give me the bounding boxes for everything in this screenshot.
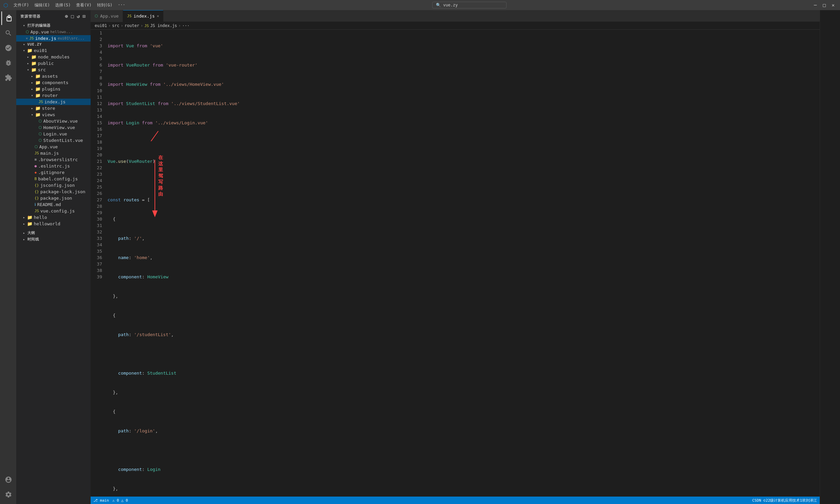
tree-assets[interactable]: ▸ 📁 assets	[16, 73, 91, 79]
tree-jsconfig[interactable]: {} jsconfig.json	[16, 182, 91, 188]
minimize-button[interactable]: ─	[812, 2, 819, 8]
tree-packagelock[interactable]: {} package-lock.json	[16, 188, 91, 195]
activity-explorer[interactable]	[1, 12, 15, 25]
tree-readme[interactable]: ℹ README.md	[16, 201, 91, 208]
tab-indexjs[interactable]: JS index.js ✕	[123, 10, 164, 22]
folder-icon: 📁	[27, 48, 32, 53]
status-git: ⎇ main	[93, 498, 109, 503]
tree-browserslist[interactable]: ≡ .browserslistrc	[16, 157, 91, 163]
window-controls[interactable]: ─ □ ✕	[812, 2, 837, 8]
tab-appvue[interactable]: ⬡ App.vue	[91, 10, 123, 22]
tree-plugins-label: plugins	[42, 87, 61, 92]
tree-views[interactable]: ▾ 📁 views	[16, 111, 91, 118]
tree-plugins[interactable]: ▸ 📁 plugins	[16, 86, 91, 92]
chevron-right-icon: ▸	[31, 106, 33, 110]
vue-icon: ⬡	[38, 138, 42, 143]
tree-public[interactable]: ▸ 📁 public	[16, 60, 91, 67]
new-folder-icon[interactable]: □	[70, 13, 75, 20]
menu-goto[interactable]: 转到(G)	[95, 2, 115, 9]
tree-helloworld[interactable]: ▸ 📁 helloworld	[16, 220, 91, 227]
menu-more[interactable]: ···	[116, 2, 127, 9]
tree-node-modules[interactable]: ▸ 📁 node_modules	[16, 54, 91, 60]
breadcrumb-more[interactable]: ···	[182, 23, 190, 28]
activity-accounts[interactable]	[1, 473, 15, 486]
titlebar: ⬡ 文件(F) 编辑(E) 选择(S) 查看(V) 转到(G) ··· 🔍 vu…	[0, 0, 840, 10]
code-display: 1 2 3 4 5 6 7 8 9 10 11 12 13 14 15 16 1	[91, 30, 820, 497]
close-icon[interactable]: ✕	[26, 36, 28, 40]
activity-extensions[interactable]	[1, 71, 15, 85]
tree-studentlist[interactable]: ⬡ StudentList.vue	[16, 137, 91, 144]
menu-select[interactable]: 选择(S)	[53, 2, 73, 9]
tree-aboutview[interactable]: ⬡ AboutView.vue	[16, 118, 91, 124]
tree-components[interactable]: ▸ 📁 components	[16, 79, 91, 86]
activity-settings[interactable]	[1, 488, 15, 501]
open-editors-section[interactable]: ▾ 打开的编辑器	[16, 22, 91, 29]
tree-store-label: store	[42, 106, 55, 111]
menu-edit[interactable]: 编辑(E)	[32, 2, 52, 9]
tree-hello[interactable]: ▸ 📁 hello	[16, 214, 91, 220]
tree-router[interactable]: ▾ 📁 router	[16, 92, 91, 98]
tree-eslintrc[interactable]: ● .eslintrc.js	[16, 163, 91, 169]
chevron-right-icon: ▸	[27, 61, 29, 65]
activity-search[interactable]	[1, 26, 15, 40]
status-errors: ⚠ 0 △ 0	[112, 498, 128, 503]
breadcrumb-sep: ›	[178, 23, 181, 28]
sidebar-scroll: ▾ 打开的编辑器 ⬡ App.vue hellowo... ✕ JS index…	[16, 22, 91, 504]
breadcrumb-sep: ›	[121, 23, 123, 28]
tree-package-label: package.json	[40, 196, 72, 201]
folder-icon: 📁	[31, 61, 36, 66]
breadcrumb-router[interactable]: router	[124, 23, 139, 28]
status-bar: ⎇ main ⚠ 0 △ 0 CSDN ©22级计算机应用技术1班刘泽江	[91, 497, 820, 504]
folder-icon: 📁	[27, 221, 32, 226]
tree-indexjs[interactable]: JS index.js	[16, 98, 91, 105]
refresh-icon[interactable]: ↺	[76, 13, 81, 20]
tree-login[interactable]: ⬡ Login.vue	[16, 131, 91, 137]
tree-packagelock-label: package-lock.json	[40, 189, 85, 194]
open-editor-indexjs[interactable]: ✕ JS index.js eui01\src...	[16, 35, 91, 41]
tab-close-icon[interactable]: ✕	[157, 14, 159, 18]
js-breadcrumb-icon: JS	[144, 24, 149, 28]
open-editor-appvue[interactable]: ⬡ App.vue hellowo...	[16, 29, 91, 35]
collapse-icon[interactable]: ⊡	[82, 13, 87, 20]
activity-debug[interactable]	[1, 56, 15, 70]
breadcrumb-src[interactable]: src	[112, 23, 119, 28]
menu-view[interactable]: 查看(V)	[74, 2, 94, 9]
activity-git[interactable]	[1, 41, 15, 55]
config-icon: ≡	[34, 158, 37, 162]
tree-browserslist-label: .browserslistrc	[38, 157, 78, 162]
menu-bar[interactable]: 文件(F) 编辑(E) 选择(S) 查看(V) 转到(G) ···	[12, 2, 127, 9]
tree-appvue-label: App.vue	[39, 144, 58, 149]
maximize-button[interactable]: □	[821, 2, 827, 8]
tree-babelconfig[interactable]: B babel.config.js	[16, 176, 91, 182]
new-file-icon[interactable]: ⊕	[64, 13, 69, 20]
tree-vueconfig[interactable]: JS vue.config.js	[16, 208, 91, 214]
breadcrumb-sep: ›	[108, 23, 110, 28]
tree-store[interactable]: ▸ 📁 store	[16, 105, 91, 111]
chevron-right-icon: ▸	[31, 81, 33, 85]
outline-section[interactable]: ▸ 大纲	[16, 230, 91, 236]
close-button[interactable]: ✕	[830, 2, 837, 8]
tree-appvue[interactable]: ⬡ App.vue	[16, 144, 91, 150]
tree-eui01[interactable]: ▾ 📁 eui01	[16, 47, 91, 54]
tree-homeview[interactable]: ⬡ HomeView.vue	[16, 124, 91, 131]
project-section[interactable]: ▾ VUE.ZY	[16, 41, 91, 47]
chevron-right-icon: ▸	[23, 231, 25, 235]
tree-src[interactable]: ▾ 📁 src	[16, 67, 91, 73]
json-icon: {}	[34, 190, 39, 194]
tree-mainjs[interactable]: JS main.js	[16, 150, 91, 157]
search-icon: 🔍	[436, 3, 441, 7]
tree-gitignore[interactable]: ◆ .gitignore	[16, 169, 91, 176]
search-box[interactable]: 🔍 vue.zy	[432, 2, 507, 8]
breadcrumb-eui01[interactable]: eui01	[95, 23, 107, 28]
chevron-down-icon: ▾	[31, 113, 33, 116]
code-editor[interactable]: 1 2 3 4 5 6 7 8 9 10 11 12 13 14 15 16 1	[91, 30, 820, 497]
timeline-section[interactable]: ▸ 时间线	[16, 236, 91, 242]
breadcrumb-indexjs[interactable]: JS index.js	[150, 23, 177, 28]
tree-package[interactable]: {} package.json	[16, 195, 91, 201]
sidebar-header-actions[interactable]: ⊕ □ ↺ ⊡	[64, 13, 87, 20]
breadcrumb-sep: ›	[141, 23, 143, 28]
menu-file[interactable]: 文件(F)	[12, 2, 31, 9]
git-icon: ◆	[34, 170, 37, 175]
vue-icon: ⬡	[34, 145, 38, 149]
tab-appvue-label: App.vue	[100, 14, 119, 19]
